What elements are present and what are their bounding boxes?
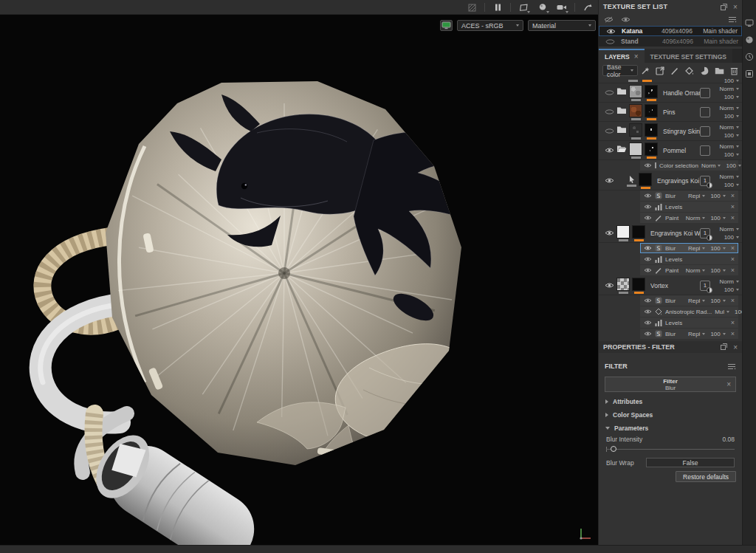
view-mode-dropdown[interactable]: Material (528, 20, 596, 31)
visibility-eye-icon[interactable] (602, 38, 617, 45)
effect-row-levels[interactable]: Levels × (640, 202, 738, 212)
visibility-eye-icon[interactable] (644, 320, 652, 326)
shader-settings-icon[interactable] (745, 35, 754, 44)
remove-effect-button[interactable]: × (731, 267, 735, 274)
restore-defaults-button[interactable]: Restore defaults (676, 471, 736, 482)
blur-intensity-slider[interactable] (606, 445, 735, 453)
texture-set-row-katana[interactable]: Katana 4096x4096 Main shader (599, 26, 742, 36)
remove-effect-button[interactable]: × (731, 244, 735, 252)
effect-row-paint[interactable]: Paint Norm 100 × (640, 213, 738, 223)
pause-engine-button[interactable] (491, 1, 504, 13)
visibility-eye-icon[interactable] (602, 128, 616, 134)
add-paint-layer-icon[interactable] (670, 66, 679, 75)
display-settings-icon[interactable] (440, 20, 453, 31)
group-attributes[interactable]: Attributes (599, 396, 742, 407)
effect-row-blur[interactable]: S Blur Repl 100 × (640, 295, 738, 306)
visibility-eye-icon[interactable] (644, 193, 652, 199)
blur-intensity-value[interactable]: 0.08 (722, 436, 735, 443)
layer-blend-opacity[interactable]: Norm 100 (714, 142, 739, 159)
viewport-3d[interactable]: ACES - sRGB Material (0, 15, 598, 545)
smart-material-icon[interactable] (700, 66, 709, 75)
remove-effect-button[interactable]: × (731, 214, 735, 221)
effect-blend-mode[interactable]: Repl (688, 298, 705, 304)
list-options-icon[interactable] (728, 16, 737, 23)
section-options-icon[interactable] (727, 363, 736, 370)
effect-opacity[interactable]: 100 (710, 298, 725, 304)
visibility-eye-icon[interactable] (644, 298, 652, 303)
color-profile-dropdown[interactable]: ACES - sRGB (457, 20, 523, 31)
effect-blend-mode[interactable]: Repl (688, 193, 705, 199)
layer-row-engravings-koi-white[interactable]: Engravings Koi White 1 Norm 100 (599, 224, 742, 243)
display-settings-icon[interactable] (745, 19, 754, 27)
show-all-eye-icon[interactable] (621, 16, 630, 23)
camera-view-button[interactable] (555, 1, 568, 13)
close-panel-icon[interactable]: × (733, 3, 738, 11)
remove-effect-button[interactable]: × (731, 192, 735, 199)
filter-resource-slot[interactable]: Filter Blur × (605, 377, 736, 392)
effect-blend-mode[interactable]: Repl (688, 331, 705, 337)
visibility-eye-icon[interactable] (644, 309, 652, 315)
layer-blend-opacity[interactable]: Norm 100 (714, 85, 739, 101)
close-tab-icon[interactable]: × (634, 52, 639, 61)
effect-opacity[interactable]: 100 (710, 331, 725, 337)
remove-effect-button[interactable]: × (731, 297, 735, 304)
undock-panel-icon[interactable] (721, 343, 727, 351)
remove-effect-button[interactable]: × (731, 255, 735, 263)
layer-row-scrolled[interactable]: 100 (599, 78, 742, 83)
symmetry-off-icon[interactable] (465, 1, 478, 13)
visibility-eye-icon[interactable] (602, 177, 616, 184)
remove-effect-button[interactable]: × (731, 319, 735, 326)
close-panel-icon[interactable]: × (733, 343, 738, 351)
hide-all-eye-icon[interactable] (604, 16, 614, 23)
remove-effect-button[interactable]: × (731, 330, 735, 337)
group-color-spaces[interactable]: Color Spaces (599, 409, 742, 420)
undock-panel-icon[interactable] (721, 4, 727, 10)
effect-row-blur-selected[interactable]: S Blur Repl 100 × (640, 243, 738, 253)
effect-row-levels[interactable]: Levels × (640, 254, 738, 264)
add-fill-layer-icon[interactable] (656, 66, 664, 75)
delete-layer-icon[interactable] (730, 66, 738, 75)
perspective-view-button[interactable] (517, 1, 530, 13)
paint-bucket-icon[interactable] (685, 66, 694, 75)
effect-row-color-selection[interactable]: Color selection Norm 100 × (640, 160, 738, 171)
layer-blend-opacity[interactable]: Norm 100 (714, 104, 739, 120)
texture-set-row-stand[interactable]: Stand 4096x4096 Main shader (599, 36, 742, 47)
layer-row-vortex[interactable]: Vortex 1 Norm 100 (599, 276, 742, 295)
navigation-gizmo-button[interactable] (581, 1, 594, 13)
clear-filter-button[interactable]: × (726, 380, 731, 388)
visibility-eye-icon[interactable] (644, 162, 652, 168)
layer-row-stingray-skin[interactable]: Stingray Skin Norm 100 (599, 122, 742, 141)
effect-row-blur[interactable]: S Blur Repl 100 × (640, 329, 738, 339)
tab-texture-set-settings[interactable]: TEXTURE SET SETTINGS (645, 49, 732, 63)
effect-row-levels[interactable]: Levels × (640, 317, 738, 328)
effect-row-blur[interactable]: S Blur Repl 100 × (640, 190, 738, 201)
tab-layers[interactable]: LAYERS × (599, 49, 645, 63)
visibility-eye-icon[interactable] (644, 204, 652, 210)
layer-row-handle-ornament[interactable]: Handle Ornament Norm 100 (599, 83, 742, 103)
effect-opacity[interactable]: 100 (710, 193, 725, 199)
history-icon[interactable] (745, 52, 754, 61)
layer-row-pins[interactable]: Pins Norm 100 (599, 103, 742, 122)
visibility-eye-icon[interactable] (644, 245, 652, 251)
visibility-eye-icon[interactable] (602, 147, 616, 154)
effect-opacity[interactable]: 100 (710, 267, 725, 274)
layer-row-pommel[interactable]: Pommel Norm 100 (599, 141, 742, 160)
layer-blend-opacity[interactable]: Norm 100 (714, 173, 739, 189)
material-view-button[interactable] (536, 1, 549, 13)
visibility-eye-icon[interactable] (644, 256, 652, 262)
effect-blend-mode[interactable]: Repl (688, 245, 705, 252)
visibility-eye-icon[interactable] (644, 267, 652, 273)
effect-opacity[interactable]: 100 (710, 215, 725, 221)
effect-opacity[interactable]: 100 (710, 245, 725, 252)
layer-blend-opacity[interactable]: Norm 100 (714, 278, 739, 294)
visibility-eye-icon[interactable] (602, 230, 616, 236)
visibility-eye-icon[interactable] (602, 109, 616, 115)
visibility-eye-icon[interactable] (644, 215, 652, 221)
effect-blend-mode[interactable]: Norm (686, 215, 706, 221)
remove-effect-button[interactable]: × (731, 203, 735, 210)
group-parameters[interactable]: Parameters (599, 422, 742, 433)
blur-wrap-toggle[interactable]: False (646, 458, 735, 467)
layer-blend-opacity[interactable]: Norm 100 (714, 225, 739, 241)
layer-row-engravings-koi-black[interactable]: Engravings Koi Black 1 Norm 100 (599, 171, 742, 190)
slider-track[interactable] (606, 449, 735, 450)
